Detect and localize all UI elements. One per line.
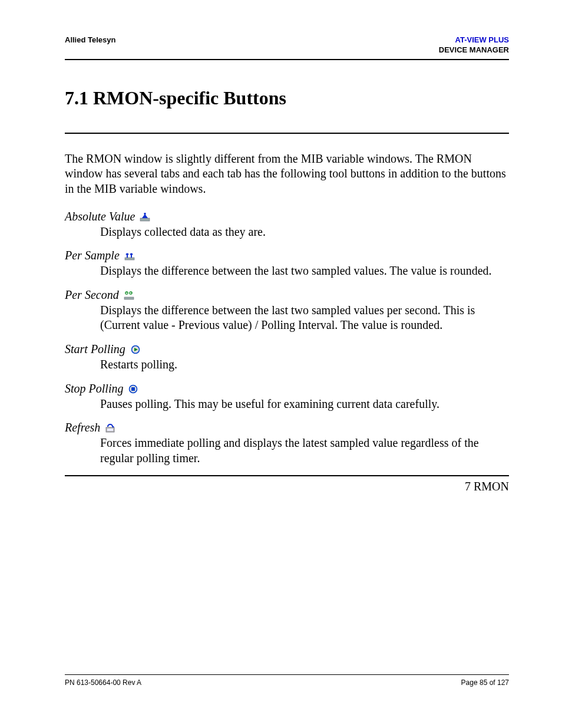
header-subtitle: DEVICE MANAGER xyxy=(439,45,509,55)
footer-left: PN 613-50664-00 Rev A xyxy=(65,678,141,687)
desc-per-sample: Displays the difference between the last… xyxy=(100,263,509,279)
svg-rect-1 xyxy=(144,213,146,215)
rule-top xyxy=(65,133,509,134)
desc-start-polling: Restarts polling. xyxy=(100,357,509,373)
desc-stop-polling: Pauses polling. This may be useful for e… xyxy=(100,397,509,412)
desc-per-second: Displays the difference between the last… xyxy=(100,303,509,333)
absolute-value-icon xyxy=(140,212,150,222)
page-header: Allied Telesyn AT-VIEW PLUS DEVICE MANAG… xyxy=(65,35,509,60)
item-per-second: Per Second Displays the difference betwe… xyxy=(65,288,509,333)
svg-rect-3 xyxy=(124,297,134,299)
intro-paragraph: The RMON window is slightly different fr… xyxy=(65,151,509,197)
chapter-reference: 7 RMON xyxy=(65,480,509,493)
item-per-sample: Per Sample Displays the difference betwe… xyxy=(65,249,509,279)
svg-rect-10 xyxy=(131,387,135,391)
desc-absolute-value: Displays collected data as they are. xyxy=(100,225,509,240)
header-right: AT-VIEW PLUS DEVICE MANAGER xyxy=(439,35,509,55)
refresh-icon xyxy=(105,423,115,433)
item-start-polling: Start Polling Restarts polling. xyxy=(65,342,509,373)
term-refresh: Refresh xyxy=(65,421,100,434)
item-refresh: Refresh Forces immediate polling and dis… xyxy=(65,421,509,466)
page-footer: PN 613-50664-00 Rev A Page 85 of 127 xyxy=(65,674,509,687)
page: Allied Telesyn AT-VIEW PLUS DEVICE MANAG… xyxy=(0,0,562,728)
term-per-second: Per Second xyxy=(65,288,119,302)
term-start-polling: Start Polling xyxy=(65,342,125,356)
svg-rect-12 xyxy=(107,429,113,431)
section-title: 7.1 RMON-specific Buttons xyxy=(65,87,509,109)
footer-right: Page 85 of 127 xyxy=(461,678,509,687)
svg-rect-0 xyxy=(140,218,150,221)
term-per-sample: Per Sample xyxy=(65,249,120,262)
desc-refresh: Forces immediate polling and displays th… xyxy=(100,436,509,466)
term-stop-polling: Stop Polling xyxy=(65,382,123,396)
header-left: Allied Telesyn xyxy=(65,35,115,44)
rule-bottom xyxy=(65,475,509,476)
stop-polling-icon xyxy=(128,384,138,394)
term-absolute-value: Absolute Value xyxy=(65,210,135,223)
per-sample-icon xyxy=(124,251,135,261)
start-polling-icon xyxy=(130,345,141,354)
item-absolute-value: Absolute Value Displays collected data a… xyxy=(65,210,509,240)
per-second-icon xyxy=(124,291,134,300)
item-stop-polling: Stop Polling Pauses polling. This may be… xyxy=(65,382,509,412)
header-product: AT-VIEW PLUS xyxy=(439,35,509,45)
svg-rect-2 xyxy=(125,258,134,260)
